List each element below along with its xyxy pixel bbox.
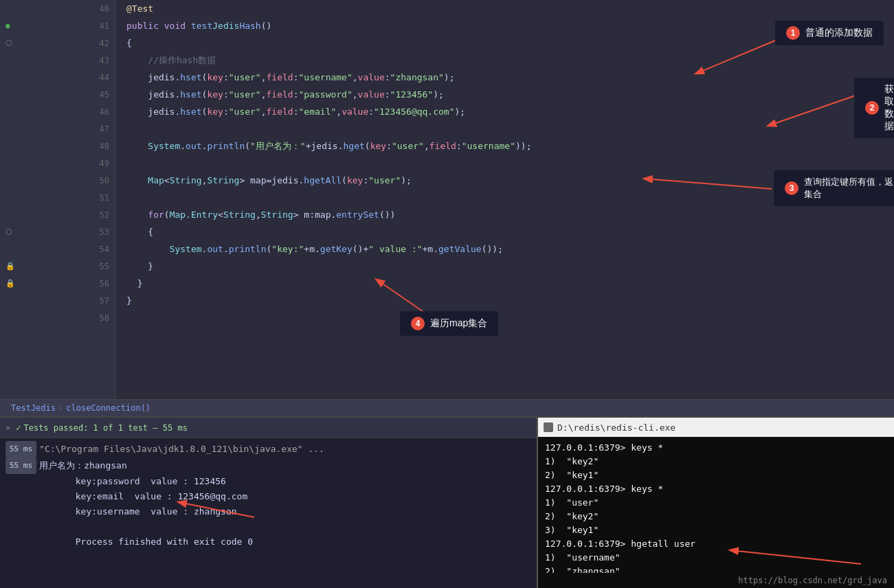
output-line-7: Process finished with exit code 0 — [5, 534, 531, 550]
sidebar-line-47: 47 — [0, 120, 115, 137]
output-line-5: key:username value : zhangsan — [5, 504, 531, 519]
sidebar-line-48: 48 — [0, 137, 115, 155]
code-line-58 — [115, 309, 894, 326]
redis-titlebar: D:\redis\redis-cli.exe — [538, 418, 894, 437]
code-line-45: jedis. hset ( key : "user" , field : "pa… — [115, 86, 894, 103]
code-line-43: //操作hash数据 — [115, 52, 894, 69]
sidebar-line-57: 57 — [0, 292, 115, 309]
sidebar-line-41: ● 41 — [0, 17, 115, 34]
sidebar-line-54: 54 — [0, 240, 115, 258]
sidebar-line-40: 40 — [0, 0, 115, 17]
code-line-46: jedis. hset ( key : "user" , field : "em… — [115, 103, 894, 120]
code-line-44: jedis. hset ( key : "user" , field : "us… — [115, 69, 894, 86]
sidebar-line-43: 43 — [0, 52, 115, 69]
sidebar-line-44: 44 — [0, 69, 115, 86]
redis-line-3: 2) "key1" — [545, 468, 887, 482]
output-line-2: 55 ms 用户名为：zhangsan — [5, 457, 531, 474]
code-line-50: Map < String , String > map=jedis. hgetA… — [115, 172, 894, 189]
redis-line-2: 1) "key2" — [545, 455, 887, 468]
code-line-47 — [115, 120, 894, 137]
breadcrumb-sep: › — [58, 403, 63, 413]
bookmark2-icon: ⬡ — [5, 227, 12, 236]
redis-footer-url: https://blog.csdn.net/grd_java — [738, 576, 887, 585]
breadcrumb-class: TestJedis — [11, 403, 56, 413]
redis-line-1: 127.0.0.1:6379> keys * — [545, 441, 887, 455]
main-container: 40 ● 41 ⬡ 42 43 44 45 46 47 — [0, 0, 894, 588]
output-line-1: 55 ms "C:\Program Files\Java\jdk1.8.0_12… — [5, 441, 531, 457]
code-editor-area: 40 ● 41 ⬡ 42 43 44 45 46 47 — [0, 0, 894, 399]
code-line-41: public void testJedisHash() — [115, 17, 894, 34]
sidebar-line-46: 46 — [0, 103, 115, 120]
sidebar-line-55: 🔒 55 — [0, 258, 115, 275]
sidebar-line-49: 49 — [0, 155, 115, 172]
console-output: 55 ms "C:\Program Files\Java\jdk1.8.0_12… — [0, 438, 537, 588]
redis-footer: https://blog.csdn.net/grd_java — [538, 573, 894, 588]
test-pass-badge: ✓ Tests passed: 1 of 1 test – 55 ms — [16, 423, 188, 433]
sidebar-line-53: ⬡ 53 — [0, 223, 115, 240]
code-content: @Test public void testJedisHash() { //操作… — [115, 0, 894, 399]
sidebar-line-50: 50 — [0, 172, 115, 189]
code-line-52: for ( Map.Entry < String , String > m:ma… — [115, 206, 894, 223]
code-line-40: @Test — [115, 0, 894, 17]
sidebar-line-56: 🔒 56 — [0, 275, 115, 292]
redis-content: 127.0.0.1:6379> keys * 1) "key2" 2) "key… — [538, 437, 894, 573]
redis-line-8: 127.0.0.1:6379> hgetall user — [545, 537, 887, 551]
bookmark-icon: ⬡ — [5, 38, 12, 47]
console-panel: » ✓ Tests passed: 1 of 1 test – 55 ms 55… — [0, 418, 537, 588]
breakpoint-icon: ● — [5, 21, 10, 30]
code-line-57: } — [115, 292, 894, 309]
code-line-56: } — [115, 275, 894, 292]
redis-line-4: 127.0.0.1:6379> keys * — [545, 482, 887, 496]
code-line-48: System . out . println ( "用户名为：" +jedis.… — [115, 137, 894, 155]
sidebar-line-51: 51 — [0, 189, 115, 206]
breadcrumb-method: closeConnection() — [66, 403, 150, 413]
code-line-54: System . out . println ( "key:" +m. getK… — [115, 240, 894, 258]
redis-line-6: 2) "key2" — [545, 510, 887, 523]
redis-line-10: 2) "zhangsan" — [545, 565, 887, 573]
output-line-3: key:password value : 123456 — [5, 474, 531, 489]
code-line-42: { — [115, 34, 894, 52]
line-numbers-sidebar: 40 ● 41 ⬡ 42 43 44 45 46 47 — [0, 0, 115, 399]
redis-terminal: D:\redis\redis-cli.exe 127.0.0.1:6379> k… — [537, 418, 894, 588]
terminal-icon — [544, 422, 553, 432]
lock2-icon: 🔒 — [5, 279, 15, 288]
output-line-6 — [5, 519, 531, 534]
code-line-55: } — [115, 258, 894, 275]
redis-line-7: 3) "key1" — [545, 523, 887, 537]
sidebar-line-58: 58 — [0, 309, 115, 326]
breadcrumb-bar: TestJedis › closeConnection() — [0, 399, 894, 416]
sidebar-line-45: 45 — [0, 86, 115, 103]
console-toolbar: » ✓ Tests passed: 1 of 1 test – 55 ms — [0, 418, 537, 438]
bottom-section: » ✓ Tests passed: 1 of 1 test – 55 ms 55… — [0, 416, 894, 588]
sidebar-line-52: 52 — [0, 206, 115, 223]
output-line-4: key:email value : 123456@qq.com — [5, 489, 531, 504]
redis-title-text: D:\redis\redis-cli.exe — [557, 422, 675, 433]
sidebar-line-42: ⬡ 42 — [0, 34, 115, 52]
code-line-53: { — [115, 223, 894, 240]
test-result-text: Tests passed: 1 of 1 test – 55 ms — [23, 423, 187, 433]
code-line-49 — [115, 155, 894, 172]
lock-icon: 🔒 — [5, 262, 15, 271]
redis-line-5: 1) "user" — [545, 496, 887, 510]
code-line-51 — [115, 189, 894, 206]
redis-line-9: 1) "username" — [545, 551, 887, 565]
